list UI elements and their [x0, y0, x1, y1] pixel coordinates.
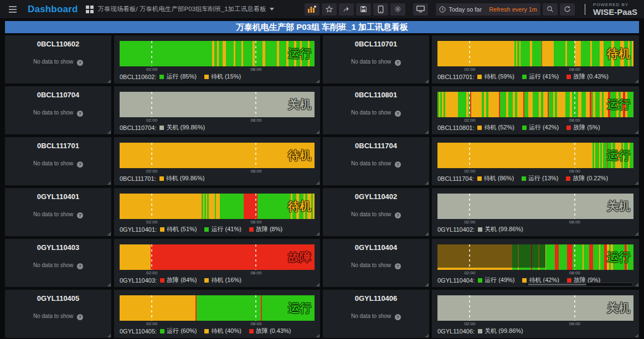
tv-mode-button[interactable]: [413, 3, 428, 15]
help-icon[interactable]: ?: [77, 111, 83, 117]
resize-handle[interactable]: [107, 79, 111, 83]
status-timeline-panel[interactable]: 运行 02:0008:00 0GYL110404:运行 (49%)待机 (42%…: [432, 239, 639, 287]
machine-info-panel[interactable]: 0BCL111704 No data to show ?: [323, 137, 429, 185]
help-icon[interactable]: ?: [77, 263, 83, 269]
machine-info-panel[interactable]: 0GYL110406 No data to show ?: [323, 290, 429, 338]
legend-item[interactable]: 关机 (99.86%): [478, 225, 523, 233]
machine-info-panel[interactable]: 0GYL110405 No data to show ?: [5, 290, 111, 338]
resize-handle[interactable]: [425, 333, 429, 337]
legend-item[interactable]: 故障 (5%): [566, 123, 600, 132]
breadcrumb[interactable]: 万泰现场看板/ 万泰机电生产部P03组车削班_1加工讯息看板: [98, 5, 274, 13]
settings-button[interactable]: [390, 3, 405, 15]
legend-item[interactable]: 待机 (40%): [204, 327, 241, 335]
star-button[interactable]: [322, 3, 337, 15]
resize-handle[interactable]: [316, 79, 320, 83]
resize-handle[interactable]: [425, 79, 429, 83]
status-timeline-panel[interactable]: 运行 02:0008:00 0BCL110801:待机 (52%)运行 (42%…: [432, 86, 639, 134]
machine-info-panel[interactable]: 0GYL110403 No data to show ?: [5, 239, 111, 287]
timeline-strip[interactable]: 关机: [120, 92, 315, 117]
resize-handle[interactable]: [425, 181, 429, 185]
legend-item[interactable]: 待机 (59%): [477, 72, 514, 81]
resize-handle[interactable]: [316, 333, 320, 337]
resize-handle[interactable]: [316, 130, 320, 134]
machine-info-panel[interactable]: 0BCL110701 No data to show ?: [323, 35, 429, 84]
legend-item[interactable]: 运行 (85%): [159, 72, 196, 81]
resize-handle[interactable]: [107, 181, 111, 185]
timeline-strip[interactable]: 运行: [437, 143, 633, 168]
machine-info-panel[interactable]: 0GYL110404 No data to show ?: [323, 239, 429, 287]
help-icon[interactable]: ?: [77, 161, 83, 168]
help-icon[interactable]: ?: [395, 263, 401, 269]
legend-item[interactable]: 故障 (0.43%): [566, 72, 609, 81]
legend-item[interactable]: 待机 (15%): [204, 72, 241, 81]
timeline-strip[interactable]: 待机: [437, 41, 633, 66]
legend-item[interactable]: 运行 (41%): [522, 72, 559, 81]
resize-handle[interactable]: [425, 130, 429, 134]
resize-handle[interactable]: [107, 283, 111, 286]
help-icon[interactable]: ?: [395, 314, 401, 320]
share-button[interactable]: [339, 3, 354, 15]
legend-item[interactable]: 故障 (0.43%): [249, 327, 291, 335]
timeline-strip[interactable]: 关机: [437, 194, 633, 219]
machine-info-panel[interactable]: 0GYL110402 No data to show ?: [323, 188, 429, 236]
legend-item[interactable]: 关机 (99.86%): [478, 327, 523, 335]
timeline-strip[interactable]: 待机: [120, 194, 315, 219]
timeline-strip[interactable]: 关机: [437, 295, 633, 321]
resize-handle[interactable]: [316, 181, 320, 185]
mobile-view-button[interactable]: [373, 3, 388, 15]
legend-item[interactable]: 待机 (51%): [160, 225, 197, 233]
resize-handle[interactable]: [635, 283, 638, 286]
legend-item[interactable]: 待机 (52%): [477, 123, 514, 132]
time-range-picker[interactable]: Today so far Refresh every 1m: [436, 3, 540, 15]
timeline-strip[interactable]: 故障: [120, 244, 315, 270]
machine-info-panel[interactable]: 0BCL111701 No data to show ?: [5, 137, 111, 185]
legend-item[interactable]: 运行 (60%): [160, 327, 197, 335]
resize-handle[interactable]: [635, 130, 638, 134]
horizontal-scrollbar[interactable]: [525, 283, 632, 286]
help-icon[interactable]: ?: [77, 314, 83, 320]
help-icon[interactable]: ?: [395, 161, 401, 168]
legend-item[interactable]: 运行 (42%): [522, 123, 559, 132]
status-timeline-panel[interactable]: 运行 02:0008:00 0BCL110602:运行 (85%)待机 (15%…: [114, 35, 320, 84]
resize-handle[interactable]: [425, 283, 429, 286]
search-button[interactable]: [543, 3, 558, 15]
help-icon[interactable]: ?: [395, 212, 401, 218]
status-timeline-panel[interactable]: 运行 02:0008:00 0BCL111704:待机 (86%)运行 (13%…: [432, 137, 639, 185]
resize-handle[interactable]: [107, 232, 111, 236]
status-timeline-panel[interactable]: 待机 02:0008:00 0BCL111701:待机 (99.86%): [114, 137, 320, 185]
legend-item[interactable]: 故障 (8%): [249, 225, 282, 233]
timeline-strip[interactable]: 运行: [120, 41, 315, 66]
status-timeline-panel[interactable]: 关机 02:0008:00 0BCL110704:关机 (99.86%): [114, 86, 320, 134]
resize-handle[interactable]: [635, 181, 638, 185]
resize-handle[interactable]: [316, 283, 320, 286]
status-timeline-panel[interactable]: 关机 02:0008:00 0GYL110402:关机 (99.86%): [432, 188, 639, 236]
resize-handle[interactable]: [635, 333, 638, 337]
status-timeline-panel[interactable]: 待机 02:0008:00 0GYL110401:待机 (51%)运行 (41%…: [114, 188, 320, 236]
save-button[interactable]: [356, 3, 371, 15]
resize-handle[interactable]: [425, 232, 429, 236]
timeline-strip[interactable]: 运行: [120, 295, 315, 321]
help-icon[interactable]: ?: [77, 212, 83, 218]
help-icon[interactable]: ?: [77, 60, 83, 66]
timeline-strip[interactable]: 待机: [120, 143, 315, 168]
legend-item[interactable]: 运行 (41%): [204, 225, 241, 233]
machine-info-panel[interactable]: 0BCL110704 No data to show ?: [5, 86, 111, 134]
machine-info-panel[interactable]: 0GYL110401 No data to show ?: [5, 188, 111, 236]
timeline-strip[interactable]: 运行: [437, 244, 633, 270]
app-logo[interactable]: Dashboard: [28, 4, 78, 15]
legend-item[interactable]: 故障 (84%): [160, 276, 197, 284]
legend-item[interactable]: 运行 (49%): [478, 276, 514, 284]
status-timeline-panel[interactable]: 运行 02:0008:00 0GYL110405:运行 (60%)待机 (40%…: [114, 290, 320, 338]
help-icon[interactable]: ?: [395, 60, 401, 66]
status-timeline-panel[interactable]: 待机 02:0008:00 0BCL110701:待机 (59%)运行 (41%…: [432, 35, 639, 84]
resize-handle[interactable]: [635, 79, 638, 83]
status-timeline-panel[interactable]: 故障 02:0008:00 0GYL110403:故障 (84%)待机 (16%…: [114, 239, 320, 287]
help-icon[interactable]: ?: [395, 111, 401, 117]
legend-item[interactable]: 待机 (86%): [477, 174, 514, 182]
status-timeline-panel[interactable]: 关机 02:0008:00 0GYL110406:关机 (99.86%): [432, 290, 639, 338]
resize-handle[interactable]: [316, 232, 320, 236]
legend-item[interactable]: 故障 (0.22%): [566, 174, 608, 182]
resize-handle[interactable]: [107, 130, 111, 134]
menu-icon[interactable]: [4, 0, 21, 18]
dashboard-grid-icon[interactable]: [86, 6, 94, 13]
